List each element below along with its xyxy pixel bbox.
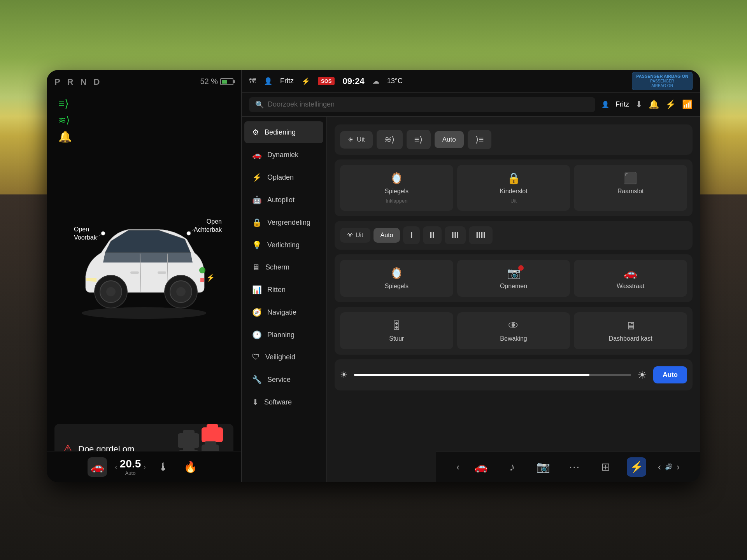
taskbar-car-icon[interactable]: 🚗 [471,457,491,477]
opnemen-button[interactable]: 📷 Opnemen [457,260,570,297]
svg-point-0 [82,307,206,319]
profile-icon: 👤 [601,101,609,108]
taskbar-dots-icon[interactable]: ⋯ [565,457,584,477]
taskbar-fire-button[interactable]: 🔥 [181,457,200,477]
battery-fill [222,80,227,84]
vergrendeling-icon: 🔒 [252,218,262,227]
verlichting-icon: 💡 [252,240,262,250]
vergrendeling-label: Vergrendeling [267,219,310,227]
light-auto-button[interactable]: Auto [435,131,464,148]
taskbar-heat-button[interactable]: 🌡 [154,457,173,477]
sidebar-item-scherm[interactable]: 🖥 Scherm [244,257,323,278]
sidebar-item-dynamiek[interactable]: 🚗 Dynamiek [244,144,323,166]
sidebar-item-autopilot[interactable]: 🤖 Autopilot [244,189,323,211]
bediening-icon: ⚙ [252,128,259,137]
sidebar-item-ritten[interactable]: 📊 Ritten [244,279,323,301]
light-fog-button[interactable]: ≋⟩ [377,130,403,149]
sos-badge[interactable]: SOS [318,77,335,85]
topbar-user-icon: 👤 [264,77,272,86]
dashboard-kast-label: Dashboard kast [609,335,652,342]
svg-point-5 [106,287,116,296]
searchbar-user-name: Fritz [615,100,629,108]
brightness-sun-icon-right: ☀ [637,369,647,382]
sidebar-item-service[interactable]: 🔧 Service [244,369,323,390]
search-input-wrapper[interactable]: 🔍 Doorzoek instellingen [249,97,595,112]
kinderslot-button[interactable]: 🔒 Kinderslot Uit [457,165,570,211]
wiper-1-button[interactable]: I [403,226,419,244]
sidebar-item-navigatie[interactable]: 🧭 Navigatie [244,301,323,323]
taskbar-nav-left-2[interactable]: ‹ [658,462,661,472]
wiper-uit-label: Uit [356,232,363,239]
sidebar-item-software[interactable]: ⬇ Software [244,391,323,413]
car-image: Open Voorbak Open Achterbak [70,210,218,319]
lighting-button-row: ☀ Uit ≋⟩ ≡⟩ Auto ⟩≡ [340,130,687,149]
search-icon: 🔍 [255,100,264,109]
main-content: ⚙ Bediening 🚗 Dynamiek ⚡ Opladen 🤖 Autop… [241,117,700,482]
notification-icon[interactable]: 🔔 [649,100,659,110]
volume-icon[interactable]: 🔊 [665,463,673,471]
raamslot-button[interactable]: ⬛ Raamslot [574,165,687,211]
wiper-uit-button[interactable]: 👁 Uit [340,228,370,243]
svg-rect-9 [130,271,139,274]
map-icon: 🗺 [249,77,256,85]
wiper-section: 👁 Uit Auto I II III [335,221,693,250]
stuur-label: Stuur [389,335,404,342]
open-achterbak-label: Open Achterbak [194,218,222,234]
temp-right-arrow[interactable]: › [143,462,146,471]
light-low-button[interactable]: ≡⟩ [407,130,431,149]
prnd-bar: P R N D [54,77,102,87]
svg-point-11 [199,267,205,273]
highbeam-icon: ≡⟩ [58,97,69,110]
light-uit-button[interactable]: ☀ Uit [340,131,373,149]
opladen-label: Opladen [267,173,294,182]
taskbar-camera-icon[interactable]: 📷 [533,457,553,477]
left-cluster: P R N D 52 % ≡⟩ ≋⟩ 🔔 [47,70,241,482]
brightness-sun-icon: ☀ [340,370,348,380]
stuur-button[interactable]: 🎛 Stuur [340,312,453,349]
brightness-slider[interactable] [354,374,631,376]
svg-text:⚡: ⚡ [206,273,215,282]
sidebar-item-planning[interactable]: 🕐 Planning [244,324,323,346]
wiper-2-button[interactable]: II [423,226,442,244]
ritten-label: Ritten [267,286,286,294]
taskbar-car-button[interactable]: 🚗 [88,457,107,477]
wiper-auto-button[interactable]: Auto [374,228,400,243]
wasstraat-button[interactable]: 🚗 Wasstraat [574,260,687,297]
wiper-3-button[interactable]: III [445,226,466,244]
taskbar-temperature: ‹ 20.5 Auto › [115,458,146,476]
sidebar-item-opladen[interactable]: ⚡ Opladen [244,166,323,188]
taskbar-bluetooth-icon[interactable]: ⚡ [627,457,646,477]
spiegels-inklappen-button[interactable]: 🪞 Spiegels Inklappen [340,165,453,211]
airbag-text: PASSENGER AIRBAG ON [636,74,688,79]
signal-icon[interactable]: 📶 [682,100,693,110]
temp-left-arrow[interactable]: ‹ [115,462,117,471]
wiper-speed-4: IIII [476,230,485,240]
light-fog-icon: ≋⟩ [384,135,395,145]
search-right-icons: 👤 Fritz ⬇ 🔔 ⚡ 📶 [601,100,693,110]
wiper-4-button[interactable]: IIII [469,226,492,244]
taskbar-nav-left[interactable]: ‹ [456,462,459,472]
taskbar-nav-right[interactable]: › [677,462,680,472]
light-uit-label: Uit [357,136,365,144]
battery-icon [220,78,233,85]
bluetooth-icon[interactable]: ⚡ [665,100,676,110]
wiper-speed-1: I [410,230,412,240]
sidebar-item-veiligheid[interactable]: 🛡 Veiligheid [244,346,323,368]
sidebar-item-verlichting[interactable]: 💡 Verlichting [244,234,323,256]
download-icon[interactable]: ⬇ [635,100,642,110]
spiegels-button[interactable]: 🪞 Spiegels [340,260,453,297]
light-auto-label: Auto [442,136,456,144]
dashboard-frame: P R N D 52 % ≡⟩ ≋⟩ 🔔 [47,70,700,482]
sidebar-item-bediening[interactable]: ⚙ Bediening [244,121,323,143]
sidebar-item-vergrendeling[interactable]: 🔒 Vergrendeling [244,212,323,233]
dashboard-kast-button[interactable]: 🖥 Dashboard kast [574,312,687,349]
taskbar-music-icon[interactable]: ♪ [502,457,522,477]
brightness-auto-button[interactable]: Auto [653,366,687,383]
spiegels-icon: 🪞 [390,172,403,185]
light-high-button[interactable]: ⟩≡ [468,130,492,149]
taskbar-volume: ‹ 🔊 › [658,462,680,472]
bewaking-button[interactable]: 👁 Bewaking [457,312,570,349]
taskbar-grid-icon[interactable]: ⊞ [596,457,615,477]
scherm-icon: 🖥 [252,263,260,272]
temp-auto-label: Auto [120,470,141,476]
